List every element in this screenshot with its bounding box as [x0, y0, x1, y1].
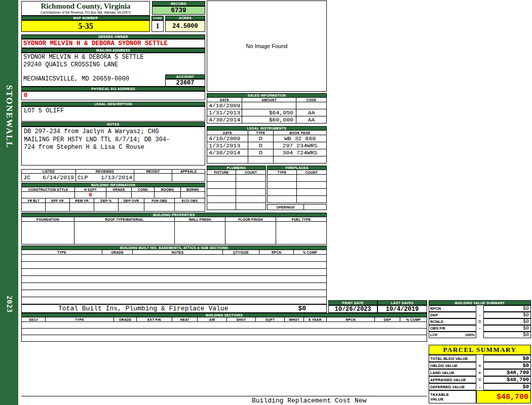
deeded-owner: SYDNOR MELVIN H & DEBORA SYDNOR SETTLE	[21, 39, 205, 48]
taxable-value: $48,700	[476, 390, 531, 403]
col-header: FLOOR FINISH	[225, 217, 276, 222]
acres-value: 24.5000	[165, 20, 205, 32]
bvs-label-sub: 100%	[465, 333, 475, 337]
office-address: Commissioner of the Revenue, PO Box 366,…	[22, 11, 149, 14]
h-sqft-value: 0	[75, 192, 106, 198]
col-header: DATE	[207, 98, 242, 102]
built-ins-total-row: Total Built Ins, Plumbing & Fireplace Va…	[21, 304, 327, 313]
instrument-date: 4/30/2014	[207, 149, 248, 156]
built-ins-title: BUILDING BUILT INS, BASEMENTS, ATTICS & …	[21, 246, 327, 250]
empty-row	[22, 283, 326, 290]
appeals-value	[172, 174, 205, 182]
instrument-date: 4/10/2009	[207, 135, 248, 142]
col-header: TYPE	[21, 250, 102, 255]
fireplaces-headers: TYPE COUNT	[267, 170, 327, 175]
col-header: DEP %	[94, 198, 119, 203]
parcel-operator: -	[476, 383, 483, 390]
card-label: CARD	[151, 16, 164, 20]
col-header: NOTES	[133, 250, 223, 255]
building-value-summary-title: BUILDING VALUE SUMMARY	[429, 300, 531, 305]
legal-instruments-title: LEGAL INSTRUMENTS	[207, 126, 327, 131]
bvs-value: $0	[483, 312, 531, 318]
col-header: TYPE	[46, 317, 114, 322]
col-header: H SQFT	[75, 187, 106, 192]
county-header-box: Richmond County, Virginia Commissioner o…	[21, 1, 150, 16]
deeded-owner-label: DEEDED OWNER	[21, 34, 205, 39]
sale-amount	[242, 102, 296, 109]
last-saved-label: LAST SAVED	[377, 300, 427, 305]
bdrms-value	[181, 192, 205, 198]
property-record-card: { "colors": { "section_bar_green": "#2b6…	[0, 0, 532, 405]
cond-value	[132, 192, 155, 198]
sales-headers: DATE AMOUNT CODE	[207, 98, 327, 102]
bvs-value: $0	[483, 305, 531, 312]
county-name: Richmond County, Virginia	[22, 2, 149, 11]
instrument-book-page: WB 32 880	[274, 135, 327, 142]
col-header: % COMP	[294, 250, 327, 255]
appeals-header: APPEALS	[172, 169, 205, 174]
col-header: FUN OBS	[144, 198, 175, 203]
col-header: DATE	[207, 131, 248, 135]
bvs-label: LCF100%	[429, 332, 476, 338]
building-sections-headers: SEC# TYPE GRADE EXT FIN HEAT AIR SHGT SQ…	[21, 317, 427, 322]
col-header: TYPE	[267, 170, 297, 175]
parcel-value: $48,700	[483, 369, 531, 376]
building-information-title: BUILDING INFORMATION	[21, 183, 205, 187]
building-properties-headers: FOUNDATION ROOF TYPE/MATERIAL WALL FINIS…	[21, 217, 327, 222]
parcel-value: $0	[483, 362, 531, 369]
plumbing-row	[207, 175, 266, 182]
district-sidebar: STONEWALL 2023	[0, 0, 18, 405]
parcel-value: $0	[483, 355, 531, 362]
sales-row: 1/31/2013 $64,950 AA	[207, 109, 327, 116]
map-number: 5-35	[21, 20, 150, 32]
col-header: HEAT	[172, 317, 198, 322]
parcel-operator	[476, 355, 483, 362]
col-header: FOUNDATION	[21, 217, 74, 222]
col-header: CONSTRUCTION STYLE	[21, 187, 75, 192]
sale-date: 1/31/2013	[207, 109, 242, 116]
listed-value: JC 6/14/2019	[21, 174, 76, 182]
map-number-label: MAP NUMBER	[21, 16, 150, 20]
plumbing-row	[207, 189, 266, 196]
instrument-book-page: 297 234WRS	[274, 142, 327, 149]
listed-date: 6/14/2019	[43, 174, 74, 181]
last-saved: 10/4/2019	[377, 305, 427, 313]
col-header: RPCN	[327, 317, 375, 322]
foundation-value	[21, 222, 74, 245]
building-properties-title: BUILDING PROPERTIES	[21, 213, 327, 217]
parcel-summary-title: PARCEL SUMMARY	[429, 345, 531, 355]
acres-label: ACRES	[165, 16, 205, 20]
openings-label: OPENINGS	[267, 204, 304, 210]
grade-value	[106, 192, 132, 198]
built-ins-total-value: $0	[298, 305, 326, 312]
rem-yr-value	[70, 203, 94, 212]
instruments-headers: DATE TYPE BOOK PAGE	[207, 131, 327, 135]
taxable-label-line2: VALUE	[430, 397, 476, 401]
bvs-value: $0	[483, 332, 531, 338]
col-header: SEC#	[21, 317, 46, 322]
col-header: GRADE	[114, 317, 137, 322]
empty-row	[22, 255, 326, 262]
parcel-operator: +	[476, 369, 483, 376]
bvs-label: RCNLD	[429, 318, 476, 325]
instrument-date: 1/31/2013	[207, 142, 248, 149]
building-info-headers-2: YR BLT EFF YR REM YR DEP % DEP OVR FUN O…	[21, 198, 205, 203]
empty-row	[22, 297, 326, 304]
parcel-operator: =	[476, 376, 483, 383]
building-sections-title: BUILDING SECTIONS	[21, 313, 427, 317]
bvs-operator	[476, 332, 483, 338]
revisit-value	[134, 174, 172, 182]
col-header: QTY/SIZE	[223, 250, 259, 255]
revisit-header: REVISIT	[134, 169, 172, 174]
instrument-type	[248, 156, 274, 164]
parcel-label: TOTAL BLDG VALUE	[429, 355, 476, 362]
bvs-label-text: RPCN	[430, 306, 441, 311]
col-header: % COMP	[400, 317, 427, 322]
footer-note: Building Replacement Cost New	[252, 397, 366, 404]
instrument-type: D	[248, 135, 274, 142]
notes-block: DB 297-234 from Jaclyn A Waryasz; CHG MA…	[21, 127, 205, 166]
dep-ovr-value	[119, 203, 144, 212]
col-header: ROOMS	[155, 187, 181, 192]
col-header: SQFT	[256, 317, 285, 322]
sale-amount: $60,000	[242, 116, 296, 124]
